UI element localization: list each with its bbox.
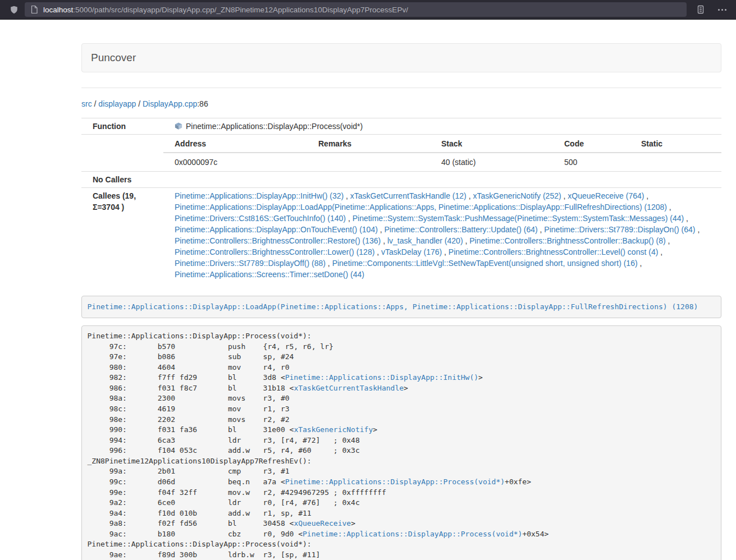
disasm-symbol-link[interactable]: Pinetime::Applications::DisplayApp::Proc… [285,478,505,486]
callee-link[interactable]: xTaskGenericNotify (252) [473,191,561,200]
remarks-value [307,153,430,171]
column-header-address: Address [163,135,307,153]
callee-link[interactable]: Pinetime::Controllers::BrightnessControl… [175,247,374,256]
url-text: localhost:5000/path/src/displayapp/Displ… [43,6,408,14]
function-name: Pinetime::Applications::DisplayApp::Proc… [186,121,363,132]
callee-link[interactable]: Pinetime::Applications::DisplayApp::Init… [175,191,344,200]
callee-separator: , [666,236,670,245]
address-value: 0x0000097c [163,153,307,171]
callee-separator: , [463,236,470,245]
callee-separator: , [344,191,350,200]
no-callers-row: No Callers [81,172,721,188]
callee-link[interactable]: Pinetime::Drivers::St7789::DisplayOn() (… [544,225,695,234]
callee-separator: , [442,247,449,256]
ellipsis-icon[interactable] [714,2,730,17]
breadcrumb-link[interactable]: displayapp [98,99,136,108]
breadcrumb-link[interactable]: src [81,99,92,108]
code-value: 500 [553,153,630,171]
metrics-values-row: 0x0000097c 40 (static) 500 [163,153,721,171]
callee-link[interactable]: Pinetime::Drivers::St7789::DisplayOff() … [175,259,326,268]
callee-separator: , [381,236,387,245]
disasm-symbol-link[interactable]: xQueueReceive [294,519,351,527]
callee-separator: , [696,225,700,234]
url-bar[interactable]: localhost:5000/path/src/displayapp/Displ… [25,2,687,17]
column-header-static: Static [630,135,721,153]
metrics-row: Address Remarks Stack Code Static 0x0000… [81,135,721,172]
divider [81,88,721,88]
brand-link[interactable]: Puncover [91,52,136,64]
no-callers-header: No Callers [81,172,163,188]
callee-link[interactable]: Pinetime::Controllers::Battery::Update()… [385,225,538,234]
callee-link[interactable]: Pinetime::Applications::DisplayApp::OnTo… [175,225,378,234]
callee-link[interactable]: xQueueReceive (764) [568,191,644,200]
callee-separator: , [326,259,332,268]
callee-link[interactable]: Pinetime::System::SystemTask::PushMessag… [353,214,684,223]
breadcrumb-separator: / [92,99,99,108]
callee-link[interactable]: Pinetime::Applications::Screens::Timer::… [175,270,364,279]
callee-link[interactable]: Pinetime::Controllers::BrightnessControl… [175,236,381,245]
callee-link[interactable]: Pinetime::Controllers::BrightnessControl… [449,247,658,256]
no-callers-cell [163,172,721,188]
reader-mode-icon[interactable] [692,2,709,17]
callee-link[interactable]: Pinetime::Components::LittleVgl::SetNewT… [332,259,638,268]
function-row: Function Pinetime::Applications::Display… [81,118,721,135]
breadcrumb-line-number: :86 [197,99,208,108]
column-header-remarks: Remarks [307,135,430,153]
page-content: Puncover src / displayapp / DisplayApp.c… [81,20,721,560]
stack-value: 40 (static) [430,153,553,171]
callee-link[interactable]: Pinetime::Drivers::Cst816S::GetTouchInfo… [175,214,346,223]
breadcrumb: src / displayapp / DisplayApp.cpp:86 [81,98,721,109]
loadapp-block: Pinetime::Applications::DisplayApp::Load… [81,296,721,318]
callee-separator: , [667,203,671,212]
breadcrumb-link[interactable]: DisplayApp.cpp [143,99,197,108]
callee-link[interactable]: lv_task_handler (420) [387,236,463,245]
function-table: Function Pinetime::Applications::Display… [81,118,721,282]
function-row-header: Function [81,118,163,135]
callee-separator: , [374,247,381,256]
page-icon [30,5,38,14]
callee-separator: , [346,214,353,223]
static-value [630,153,721,171]
navbar: Puncover [81,43,721,72]
url-host: localhost [43,6,73,14]
toolbar-actions [692,2,730,17]
column-header-stack: Stack [430,135,553,153]
callee-separator: , [561,191,568,200]
metrics-cell: Address Remarks Stack Code Static 0x0000… [163,135,721,172]
callees-list: Pinetime::Applications::DisplayApp::Init… [163,188,721,283]
callee-link[interactable]: xTaskGetCurrentTaskHandle (12) [350,191,467,200]
loadapp-link[interactable]: Pinetime::Applications::DisplayApp::Load… [88,302,698,311]
function-cell: Pinetime::Applications::DisplayApp::Proc… [163,118,721,135]
callee-separator: , [644,191,648,200]
callee-link[interactable]: vTaskDelay (176) [381,247,442,256]
callee-separator: , [467,191,473,200]
callee-separator: , [378,225,385,234]
callees-header: Callees (19, Σ=3704 ) [81,188,163,283]
empty-header [81,135,163,172]
callee-link[interactable]: Pinetime::Controllers::BrightnessControl… [469,236,665,245]
disassembly-block: Pinetime::Applications::DisplayApp::Proc… [81,325,721,560]
disasm-symbol-link[interactable]: Pinetime::Applications::DisplayApp::Proc… [303,530,522,538]
disasm-symbol-link[interactable]: Pinetime::Applications::DisplayApp::Init… [285,373,478,382]
breadcrumb-separator: / [136,99,143,108]
metrics-table: Address Remarks Stack Code Static 0x0000… [163,135,721,171]
cube-icon [175,122,182,130]
disasm-symbol-link[interactable]: xTaskGetCurrentTaskHandle [294,384,404,392]
callee-separator: , [684,214,688,223]
shield-icon[interactable] [6,2,22,17]
callee-link[interactable]: Pinetime::Applications::DisplayApp::Load… [175,203,667,212]
column-header-code: Code [553,135,630,153]
callee-separator: , [638,259,642,268]
callee-separator: , [538,225,545,234]
disasm-symbol-link[interactable]: xTaskGenericNotify [294,425,373,434]
callees-row: Callees (19, Σ=3704 ) Pinetime::Applicat… [81,188,721,283]
url-path: :5000/path/src/displayapp/DisplayApp.cpp… [73,6,408,14]
callee-separator: , [658,247,662,256]
browser-toolbar: localhost:5000/path/src/displayapp/Displ… [0,0,736,20]
